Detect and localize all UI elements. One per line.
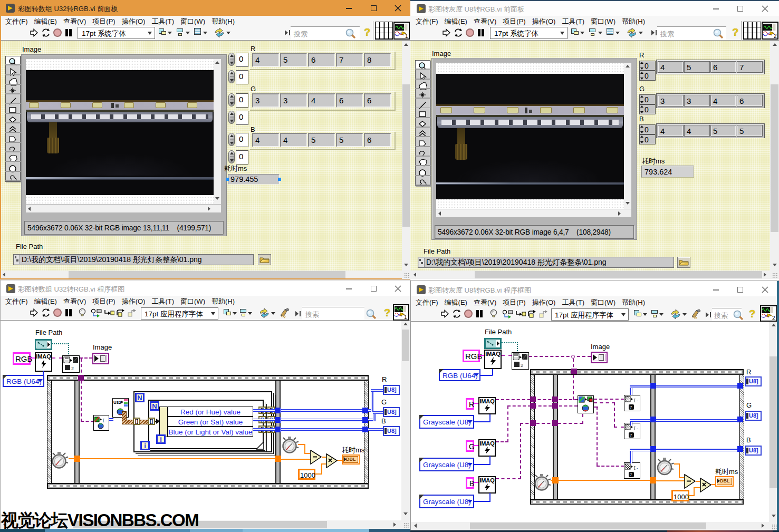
svg-text:1: 1	[405, 33, 408, 38]
svg-text:7: 7	[630, 433, 632, 438]
svg-text:U32: U32	[113, 400, 121, 405]
svg-text:[..]: [..]	[633, 465, 639, 470]
svg-text:1: 1	[404, 314, 407, 320]
svg-text:7: 7	[630, 405, 632, 410]
svg-text:[..]: [..]	[102, 418, 108, 422]
svg-text:[..]: [..]	[633, 398, 639, 402]
svg-text:2: 2	[521, 363, 523, 368]
svg-text:7: 7	[630, 472, 632, 477]
svg-text:2: 2	[772, 315, 775, 321]
svg-text:2: 2	[774, 33, 777, 38]
svg-text:2: 2	[71, 366, 74, 371]
svg-text:[..]: [..]	[633, 425, 639, 430]
